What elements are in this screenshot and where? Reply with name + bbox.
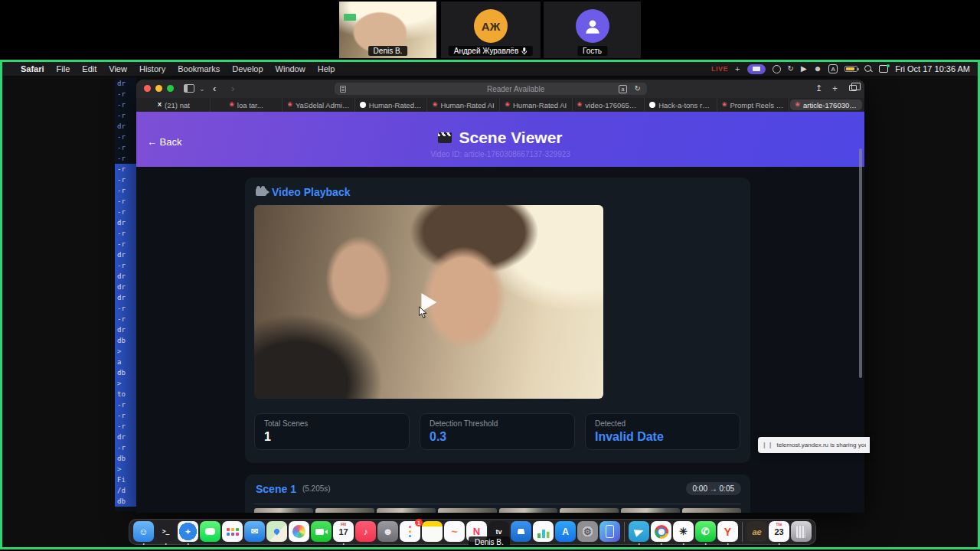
- translate-icon[interactable]: a: [619, 85, 627, 93]
- menu-item-view[interactable]: View: [109, 64, 127, 73]
- dock-numbers-icon[interactable]: [533, 521, 554, 542]
- menu-item-develop[interactable]: Develop: [232, 64, 263, 73]
- back-nav-button[interactable]: ‹: [213, 83, 216, 94]
- scene-thumbnail[interactable]: [621, 508, 680, 513]
- menu-item-help[interactable]: Help: [318, 64, 335, 73]
- terminal-line: dr: [115, 324, 136, 335]
- dock-calendar-icon[interactable]: 17FRI: [333, 521, 354, 542]
- dock-finder-icon[interactable]: ☺: [133, 521, 154, 542]
- new-tab-button[interactable]: +: [832, 83, 838, 94]
- plus-status-icon[interactable]: +: [735, 64, 740, 73]
- glyph: ✳: [679, 526, 688, 537]
- dock-photos-icon[interactable]: [289, 521, 309, 542]
- tab-10[interactable]: ❀article-17603086671...: [790, 99, 862, 110]
- dock-keynote-icon[interactable]: [511, 521, 531, 542]
- screen-share-notification[interactable]: ❙❙ telemost.yandex.ru is sharing your sc…: [758, 437, 870, 453]
- forward-nav-button[interactable]: ›: [231, 83, 234, 94]
- page-header: ← Back Scene Viewer Video ID: article-17…: [136, 112, 864, 167]
- dock-day-23-icon[interactable]: 23The: [769, 521, 789, 542]
- menu-item-file[interactable]: File: [57, 64, 70, 73]
- glyph: ☺: [139, 527, 148, 537]
- screen-share-frame: Safari FileEditViewHistoryBookmarksDevel…: [0, 60, 980, 549]
- spotlight-icon[interactable]: [864, 65, 872, 73]
- close-window-button[interactable]: [144, 85, 151, 92]
- screen-recording-icon[interactable]: [747, 64, 766, 74]
- scene-thumbnail[interactable]: [560, 508, 619, 513]
- page-scrollbar[interactable]: [859, 148, 862, 378]
- share-icon[interactable]: ↥: [815, 83, 822, 93]
- dock-safari-icon[interactable]: ✦: [178, 521, 198, 542]
- dock-launchpad-icon[interactable]: [222, 521, 243, 542]
- dock-whatsapp-icon[interactable]: ✆: [695, 521, 716, 542]
- video-id-subtitle: Video ID: article-1760308667137-329923: [136, 150, 864, 158]
- menu-item-bookmarks[interactable]: Bookmarks: [178, 64, 220, 73]
- dock-app-store-icon[interactable]: A: [555, 521, 576, 542]
- control-center-icon[interactable]: [879, 65, 888, 73]
- tab-2[interactable]: ❀loa tar...: [211, 98, 283, 112]
- avatar: АЖ: [474, 9, 508, 43]
- participant-tile-1[interactable]: Denis B.: [339, 2, 436, 58]
- clock-status-icon[interactable]: [773, 65, 781, 73]
- dock-notes-icon[interactable]: [422, 521, 443, 542]
- play-status-icon[interactable]: ▶: [801, 65, 807, 73]
- dock-chrome-icon[interactable]: [651, 521, 671, 542]
- dock-mail-icon[interactable]: ✉: [244, 521, 265, 542]
- dock-trash-icon[interactable]: [791, 521, 812, 542]
- dock-yandex-browser-icon[interactable]: Y: [717, 521, 738, 542]
- dock-separator: [624, 522, 625, 542]
- dock-telegram-icon[interactable]: [629, 521, 649, 542]
- reader-icon[interactable]: [340, 86, 346, 93]
- dock-settings-icon[interactable]: ⚙: [577, 521, 598, 542]
- sidebar-toggle-icon[interactable]: [184, 84, 194, 93]
- address-bar[interactable]: Reader Available a ↻: [335, 83, 647, 95]
- menu-item-history[interactable]: History: [139, 64, 165, 73]
- stat-label: Detection Threshold: [430, 419, 565, 428]
- running-indicator: [660, 543, 662, 546]
- tab-7[interactable]: ❀video-176065754...: [573, 98, 645, 112]
- tab-1[interactable]: X(21) nat: [138, 98, 211, 112]
- zoom-window-button[interactable]: [167, 85, 174, 92]
- scene-thumbnail[interactable]: [438, 508, 497, 513]
- tab-4[interactable]: Human-Rated-AI r...: [355, 98, 428, 112]
- dock-messages-icon[interactable]: [200, 521, 220, 542]
- minimize-window-button[interactable]: [155, 85, 162, 92]
- face-status-icon[interactable]: ☻: [814, 65, 822, 73]
- chevron-down-icon[interactable]: ⌄: [199, 85, 205, 93]
- reload-icon[interactable]: ↻: [635, 84, 641, 93]
- tab-5[interactable]: ❀Human-Rated AI: [427, 98, 500, 112]
- tab-3[interactable]: ❀YaSdelal Admin App: [283, 98, 355, 112]
- menu-app-name[interactable]: Safari: [21, 64, 44, 73]
- dock-iphone-mirroring-icon[interactable]: [599, 521, 620, 542]
- battery-icon[interactable]: [844, 66, 858, 72]
- participant-tile-3[interactable]: Гость: [544, 2, 641, 58]
- dock-reminders-icon[interactable]: 1: [400, 521, 420, 542]
- tab-8[interactable]: Hack-a-tons repos...: [645, 98, 717, 112]
- dock-maps-icon[interactable]: [266, 521, 287, 542]
- tab-overview-icon[interactable]: [849, 85, 857, 91]
- keyboard-layout-icon[interactable]: A: [828, 64, 838, 73]
- video-player[interactable]: [254, 205, 603, 399]
- tab-9[interactable]: ❀Prompt Reels - Art...: [717, 98, 790, 112]
- scene-thumbnail[interactable]: [254, 508, 313, 513]
- video-camera-icon: [256, 188, 266, 196]
- dock-ae-app-icon[interactable]: ae: [746, 521, 767, 542]
- tab-6[interactable]: ❀Human-Rated AI: [500, 98, 573, 112]
- dock-freeform-icon[interactable]: ~: [444, 521, 465, 542]
- terminal-line: db: [115, 453, 136, 464]
- scene-thumbnail[interactable]: [377, 508, 436, 513]
- dock-contacts-icon[interactable]: ☻: [377, 521, 398, 542]
- dock-music-icon[interactable]: ♪: [355, 521, 376, 542]
- dock-facetime-icon[interactable]: [311, 521, 332, 542]
- terminal-line: >: [115, 378, 136, 389]
- menu-item-window[interactable]: Window: [276, 64, 305, 73]
- menu-bar-clock[interactable]: Fri Oct 17 10:36 AM: [895, 64, 970, 73]
- dock-chatgpt-icon[interactable]: ✳: [673, 521, 694, 542]
- terminal-window-edge[interactable]: dr-r-r-rdr-r-r-r-r-r-r-r-rdr-r-rdr-rdrdr…: [115, 78, 136, 511]
- scene-thumbnail[interactable]: [499, 508, 558, 513]
- participant-tile-2[interactable]: АЖАндрей Журавлёв: [441, 2, 541, 58]
- dock-terminal-icon[interactable]: >_: [155, 521, 176, 542]
- scene-thumbnail[interactable]: [315, 508, 374, 513]
- sync-status-icon[interactable]: ↻: [788, 65, 794, 73]
- scene-thumbnail[interactable]: [682, 508, 741, 513]
- menu-item-edit[interactable]: Edit: [82, 64, 96, 73]
